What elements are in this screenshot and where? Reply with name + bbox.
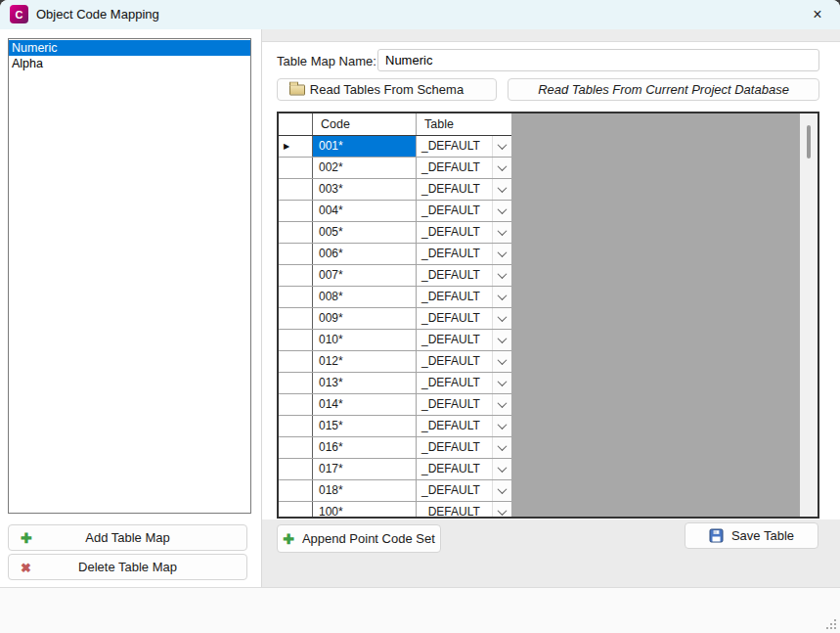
- chevron-down-icon[interactable]: [492, 394, 511, 415]
- row-selector-cell[interactable]: [279, 502, 313, 517]
- chevron-down-icon[interactable]: [492, 201, 511, 221]
- list-item-alpha[interactable]: Alpha: [9, 56, 250, 71]
- row-selector-cell[interactable]: [279, 265, 313, 286]
- table-combobox[interactable]: _DEFAULT: [417, 265, 511, 286]
- code-cell[interactable]: 002*: [313, 158, 417, 178]
- close-icon[interactable]: ×: [799, 0, 836, 29]
- table-value: _DEFAULT: [417, 265, 492, 286]
- table-combobox[interactable]: _DEFAULT: [417, 308, 511, 329]
- code-cell[interactable]: 004*: [313, 201, 417, 221]
- code-cell[interactable]: 014*: [313, 394, 417, 415]
- chevron-down-icon[interactable]: [492, 287, 511, 307]
- row-selector-cell[interactable]: [279, 179, 313, 200]
- chevron-down-icon[interactable]: [492, 265, 511, 286]
- chevron-down-icon[interactable]: [492, 330, 511, 350]
- code-mapping-grid: Code Table ▶001*_DEFAULT002*_DEFAULT003*…: [277, 112, 819, 519]
- chevron-down-icon[interactable]: [492, 222, 511, 243]
- table-column-header[interactable]: Table: [417, 113, 511, 135]
- row-selector-cell[interactable]: [279, 287, 313, 307]
- chevron-down-icon[interactable]: [492, 179, 511, 200]
- code-cell[interactable]: 005*: [313, 222, 417, 243]
- grid-row: 003*_DEFAULT: [279, 179, 511, 201]
- table-combobox[interactable]: _DEFAULT: [417, 201, 511, 221]
- table-combobox[interactable]: _DEFAULT: [417, 351, 511, 372]
- row-selector-cell[interactable]: [279, 222, 313, 243]
- grid-row: 005*_DEFAULT: [279, 222, 511, 244]
- grid-row: 016*_DEFAULT: [279, 437, 511, 459]
- code-cell[interactable]: 003*: [313, 179, 417, 200]
- row-selector-cell[interactable]: [279, 351, 313, 372]
- row-selector-cell[interactable]: [279, 201, 313, 221]
- row-selector-cell[interactable]: [279, 459, 313, 479]
- table-value: _DEFAULT: [417, 502, 492, 517]
- table-map-list[interactable]: NumericAlpha: [8, 38, 251, 514]
- table-combobox[interactable]: _DEFAULT: [417, 459, 511, 479]
- table-combobox[interactable]: _DEFAULT: [417, 416, 511, 436]
- row-selector-cell[interactable]: [279, 437, 313, 458]
- code-cell[interactable]: 013*: [313, 373, 417, 393]
- table-combobox[interactable]: _DEFAULT: [417, 437, 511, 458]
- chevron-down-icon[interactable]: [492, 373, 511, 393]
- row-selector-cell[interactable]: [279, 244, 313, 264]
- row-selector-cell[interactable]: [279, 394, 313, 415]
- append-point-code-set-button[interactable]: ✚ Append Point Code Set: [277, 524, 441, 553]
- code-cell[interactable]: 012*: [313, 351, 417, 372]
- table-combobox[interactable]: _DEFAULT: [417, 394, 511, 415]
- code-cell[interactable]: 016*: [313, 437, 417, 458]
- table-combobox[interactable]: _DEFAULT: [417, 158, 511, 178]
- scrollbar-thumb[interactable]: [807, 125, 811, 158]
- delete-table-map-button[interactable]: ✖ Delete Table Map: [8, 554, 247, 580]
- code-cell[interactable]: 017*: [313, 459, 417, 479]
- table-combobox[interactable]: _DEFAULT: [417, 502, 511, 517]
- code-cell[interactable]: 008*: [313, 287, 417, 307]
- chevron-down-icon[interactable]: [492, 416, 511, 436]
- table-combobox[interactable]: _DEFAULT: [417, 244, 511, 264]
- code-cell[interactable]: 015*: [313, 416, 417, 436]
- code-cell[interactable]: 010*: [313, 330, 417, 350]
- chevron-down-icon[interactable]: [492, 437, 511, 458]
- chevron-down-icon[interactable]: [492, 459, 511, 479]
- code-column-header[interactable]: Code: [313, 113, 417, 135]
- read-tables-from-project-button[interactable]: Read Tables From Current Project Databas…: [508, 78, 819, 101]
- add-table-map-button[interactable]: ✚ Add Table Map: [8, 524, 247, 551]
- chevron-down-icon[interactable]: [492, 308, 511, 329]
- save-table-button[interactable]: Save Table: [685, 522, 818, 549]
- chevron-down-icon[interactable]: [492, 351, 511, 372]
- table-combobox[interactable]: _DEFAULT: [417, 373, 511, 393]
- row-selector-cell[interactable]: [279, 373, 313, 393]
- row-selector-cell[interactable]: [279, 330, 313, 350]
- list-item-numeric[interactable]: Numeric: [9, 40, 250, 56]
- code-cell[interactable]: 009*: [313, 308, 417, 329]
- row-selector-cell[interactable]: [279, 416, 313, 436]
- table-map-name-input[interactable]: [377, 49, 819, 71]
- row-selector-cell[interactable]: [279, 480, 313, 501]
- table-value: _DEFAULT: [417, 480, 492, 501]
- table-combobox[interactable]: _DEFAULT: [417, 179, 511, 200]
- code-cell[interactable]: 018*: [313, 480, 417, 501]
- chevron-down-icon[interactable]: [492, 502, 511, 517]
- row-selector-cell[interactable]: ▶: [279, 136, 313, 157]
- table-combobox[interactable]: _DEFAULT: [417, 287, 511, 307]
- table-combobox[interactable]: _DEFAULT: [417, 136, 511, 157]
- chevron-down-icon[interactable]: [492, 480, 511, 501]
- table-value: _DEFAULT: [417, 222, 492, 243]
- table-combobox[interactable]: _DEFAULT: [417, 222, 511, 243]
- chevron-down-icon[interactable]: [492, 244, 511, 264]
- table-combobox[interactable]: _DEFAULT: [417, 480, 511, 501]
- row-selector-cell[interactable]: [279, 308, 313, 329]
- read-tables-from-schema-button[interactable]: Read Tables From Schema: [277, 78, 497, 101]
- chevron-down-icon[interactable]: [492, 136, 511, 157]
- code-cell[interactable]: 007*: [313, 265, 417, 286]
- grid-vertical-scrollbar[interactable]: [800, 113, 818, 517]
- row-selector-header: [279, 113, 313, 135]
- plus-icon: ✚: [21, 531, 32, 545]
- chevron-down-icon[interactable]: [492, 158, 511, 178]
- table-value: _DEFAULT: [417, 179, 492, 200]
- resize-grip[interactable]: [834, 627, 836, 629]
- code-cell[interactable]: 001*: [313, 136, 417, 157]
- code-cell[interactable]: 100*: [313, 502, 417, 517]
- code-cell[interactable]: 006*: [313, 244, 417, 264]
- table-combobox[interactable]: _DEFAULT: [417, 330, 511, 350]
- row-selector-cell[interactable]: [279, 158, 313, 178]
- add-table-map-label: Add Table Map: [85, 530, 170, 545]
